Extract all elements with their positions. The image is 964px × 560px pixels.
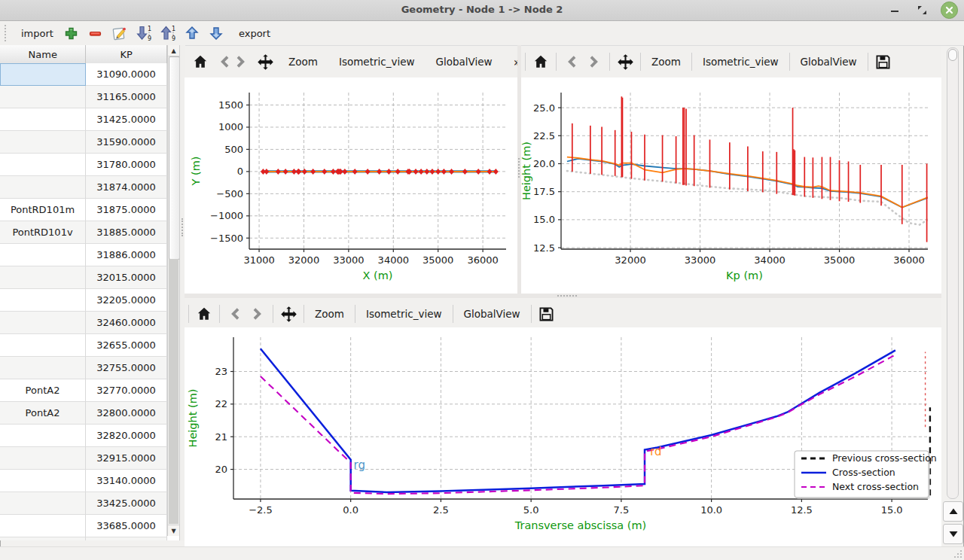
save-figure-button[interactable] <box>872 51 895 72</box>
kp-cell[interactable]: 31875.0000 <box>86 199 167 221</box>
table-row[interactable]: 33425.0000 <box>0 492 167 515</box>
forward-button[interactable] <box>233 51 249 72</box>
zoom-button[interactable]: Zoom <box>308 305 351 323</box>
name-cell[interactable] <box>0 244 86 266</box>
name-cell[interactable] <box>0 537 86 540</box>
name-cell[interactable] <box>0 154 86 176</box>
titlebar[interactable]: Geometry - Node 1 -> Node 2 <box>0 0 964 21</box>
kp-cell[interactable]: 32820.0000 <box>86 425 167 447</box>
kp-cell[interactable]: 32205.0000 <box>86 289 167 312</box>
back-button[interactable] <box>560 51 583 72</box>
global-view-button[interactable]: GlobalView <box>429 53 499 71</box>
kp-cell[interactable]: 32770.0000 <box>86 379 167 402</box>
table-row[interactable]: 31425.0000 <box>0 108 167 131</box>
minimize-button[interactable] <box>886 2 903 19</box>
kp-cell[interactable]: 32460.0000 <box>86 312 167 334</box>
back-button[interactable] <box>224 303 246 324</box>
export-button[interactable]: export <box>233 26 276 41</box>
section-plot-canvas[interactable]: −2.50.02.55.07.510.012.515.020212223Tran… <box>185 327 941 547</box>
column-header-kp[interactable]: KP <box>86 45 167 63</box>
toolbar-grip[interactable] <box>5 25 9 41</box>
plan-plot-canvas[interactable]: 310003200033000340003500036000−1500−1000… <box>185 78 517 294</box>
back-button[interactable] <box>216 51 233 72</box>
home-button[interactable] <box>192 51 209 72</box>
kp-cell[interactable]: 32755.0000 <box>86 357 167 379</box>
name-cell[interactable] <box>0 86 86 108</box>
table-row[interactable]: 33685.0000 <box>0 515 167 537</box>
table-row[interactable]: 31874.0000 <box>0 176 167 199</box>
name-cell[interactable]: PontA2 <box>0 402 86 425</box>
name-cell[interactable] <box>0 131 86 154</box>
plots-scrollbar[interactable] <box>947 47 959 499</box>
global-view-button[interactable]: GlobalView <box>794 53 864 71</box>
pan-button[interactable] <box>614 51 636 72</box>
column-header-name[interactable]: Name <box>0 45 86 63</box>
kp-cell[interactable]: 31090.0000 <box>86 63 167 86</box>
move-down-button[interactable] <box>207 24 225 42</box>
name-cell[interactable] <box>0 492 86 515</box>
table-row[interactable]: PontRD101v31885.0000 <box>0 221 167 244</box>
table-scrollbar-track[interactable] <box>169 259 178 524</box>
table-scrollbar[interactable]: ▲ ▼ <box>167 45 180 536</box>
table-row[interactable]: 31090.0000 <box>0 63 167 86</box>
sort-ascending-button[interactable]: 1 9 <box>159 24 177 42</box>
zoom-button[interactable]: Zoom <box>282 53 325 71</box>
kp-cell[interactable]: 31885.0000 <box>86 221 167 244</box>
restore-button[interactable] <box>914 2 930 19</box>
sort-descending-button[interactable]: 1 9 <box>135 24 153 42</box>
kp-cell[interactable]: 33425.0000 <box>86 492 167 515</box>
name-cell[interactable] <box>0 425 86 447</box>
zoom-button[interactable]: Zoom <box>645 53 688 71</box>
table-row[interactable]: 32820.0000 <box>0 425 167 447</box>
forward-button[interactable] <box>583 51 606 72</box>
home-button[interactable] <box>529 51 552 72</box>
import-button[interactable]: import <box>15 26 59 41</box>
kp-cell[interactable]: 31165.0000 <box>86 86 167 108</box>
isometric-view-button[interactable]: Isometric_view <box>332 53 422 71</box>
table-row[interactable]: PontRD101m31875.0000 <box>0 199 167 221</box>
name-cell[interactable]: PontA2 <box>0 379 86 402</box>
kp-cell[interactable]: 33140.0000 <box>86 470 167 492</box>
kp-cell[interactable]: 32015.0000 <box>86 266 167 289</box>
table-row[interactable]: PontA232800.0000 <box>0 402 167 425</box>
edit-row-button[interactable] <box>111 24 129 42</box>
table-row[interactable]: 32460.0000 <box>0 312 167 334</box>
remove-row-button[interactable] <box>87 24 105 42</box>
add-row-button[interactable] <box>63 24 81 42</box>
table-row[interactable]: 32205.0000 <box>0 289 167 312</box>
kp-cell[interactable]: 33685.0000 <box>86 515 167 537</box>
kp-cell[interactable]: 31886.0000 <box>86 244 167 266</box>
profile-plot-canvas[interactable]: 320003300034000350003600012.515.017.520.… <box>521 78 941 294</box>
table-row[interactable]: 33140.0000 <box>0 470 167 492</box>
name-cell[interactable] <box>0 108 86 131</box>
name-cell[interactable] <box>0 289 86 312</box>
name-cell[interactable]: PontRD101m <box>0 199 86 221</box>
table-scrollbar-thumb[interactable] <box>169 56 180 260</box>
kp-cell[interactable]: 31780.0000 <box>86 154 167 176</box>
name-cell[interactable] <box>0 357 86 379</box>
forward-button[interactable] <box>246 303 269 324</box>
scroll-down-button[interactable] <box>943 524 963 544</box>
name-cell[interactable] <box>0 470 86 492</box>
isometric-view-button[interactable]: Isometric_view <box>359 305 449 323</box>
move-up-button[interactable] <box>183 24 201 42</box>
table-row[interactable]: 31590.0000 <box>0 131 167 154</box>
home-button[interactable] <box>193 303 215 324</box>
table-scroll-down-button[interactable]: ▼ <box>168 525 179 536</box>
name-cell[interactable] <box>0 266 86 289</box>
table-row[interactable] <box>0 537 167 540</box>
pan-button[interactable] <box>277 303 300 324</box>
kp-cell[interactable]: 32915.0000 <box>86 447 167 470</box>
scroll-up-button[interactable] <box>943 501 963 522</box>
save-figure-button[interactable] <box>535 303 558 324</box>
isometric-view-button[interactable]: Isometric_view <box>696 53 786 71</box>
table-row[interactable]: 32915.0000 <box>0 447 167 470</box>
table-row[interactable]: 32655.0000 <box>0 334 167 357</box>
plots-scrollbar-thumb[interactable] <box>948 49 957 61</box>
kp-cell[interactable] <box>86 537 167 540</box>
pan-button[interactable] <box>257 51 274 72</box>
kp-cell[interactable]: 31590.0000 <box>86 131 167 154</box>
kp-cell[interactable]: 32800.0000 <box>86 402 167 425</box>
kp-cell[interactable]: 31874.0000 <box>86 176 167 199</box>
close-button[interactable] <box>941 2 958 19</box>
